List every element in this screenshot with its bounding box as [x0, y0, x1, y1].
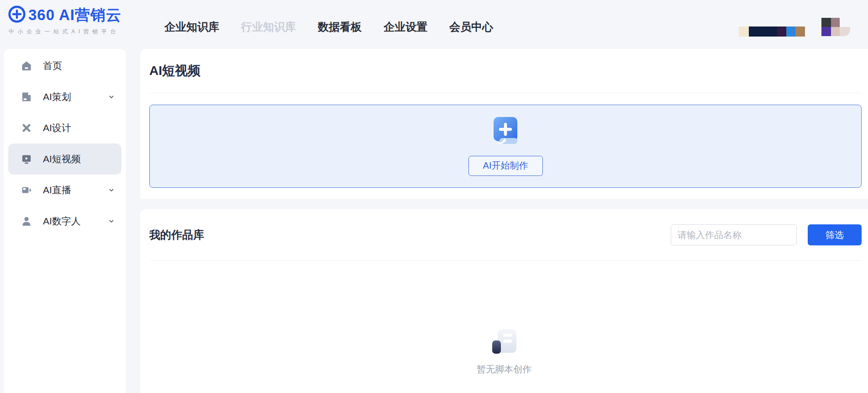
brand-logo-icon — [7, 5, 26, 26]
live-camera-icon — [21, 185, 32, 196]
sidebar-item-label: AI短视频 — [43, 153, 81, 165]
avatar[interactable] — [821, 18, 850, 36]
top-navigation: 企业知识库行业知识库数据看板企业设置会员中心 — [164, 0, 493, 49]
sidebar-item-home[interactable]: 首页 — [8, 50, 121, 81]
sidebar-item-ai-digital-human[interactable]: AI数字人 — [8, 206, 121, 237]
divider — [149, 260, 862, 261]
add-script-icon — [493, 117, 518, 146]
video-icon — [21, 154, 32, 165]
works-header: 我的作品库 筛选 — [149, 209, 862, 260]
chevron-down-icon — [108, 218, 115, 225]
empty-state-text: 暂无脚本创作 — [477, 363, 531, 376]
chevron-down-icon — [108, 93, 115, 101]
sidebar-item-label: AI直播 — [43, 184, 71, 196]
sidebar-item-ai-short-video[interactable]: AI短视频 — [8, 143, 121, 175]
empty-state: 暂无脚本创作 — [140, 328, 868, 376]
work-name-search-input[interactable] — [671, 224, 797, 245]
avatar-color-block — [840, 27, 850, 36]
works-library-card: 我的作品库 筛选 — [140, 209, 868, 393]
sidebar-item-ai-planning[interactable]: AI策划 — [8, 81, 121, 112]
chevron-down-icon — [108, 186, 115, 194]
nav-item-member-center[interactable]: 会员中心 — [449, 20, 493, 34]
sidebar: 首页AI策划AI设计AI短视频AI直播AI数字人 — [4, 49, 126, 393]
banner-color-block — [749, 27, 777, 37]
top-banner-image[interactable] — [739, 27, 805, 37]
brand-logo[interactable]: 360 AI营销云 中小企业一站式AI营销平台 — [7, 5, 121, 36]
avatar-color-block — [831, 27, 840, 36]
avatar-color-block — [821, 27, 831, 36]
banner-color-block — [795, 27, 805, 37]
avatar-color-block — [821, 18, 831, 27]
sidebar-item-label: AI策划 — [43, 90, 71, 103]
short-video-card: AI短视频 AI开始制作 — [140, 49, 868, 199]
ai-create-button[interactable]: AI开始制作 — [468, 156, 543, 176]
brand-tagline: 中小企业一站式AI营销平台 — [9, 28, 121, 36]
person-icon — [21, 216, 32, 227]
app-root: 360 AI营销云 中小企业一站式AI营销平台 企业知识库行业知识库数据看板企业… — [0, 0, 868, 393]
filter-button[interactable]: 筛选 — [808, 224, 862, 245]
nav-item-enterprise-knowledge-base[interactable]: 企业知识库 — [164, 20, 219, 34]
nav-item-data-dashboard[interactable]: 数据看板 — [318, 20, 362, 34]
sidebar-item-label: 首页 — [43, 59, 62, 72]
banner-color-block — [739, 27, 749, 37]
sidebar-item-ai-live[interactable]: AI直播 — [8, 175, 121, 206]
works-title: 我的作品库 — [149, 228, 204, 242]
nav-item-industry-knowledge-base: 行业知识库 — [241, 20, 296, 34]
create-panel: AI开始制作 — [149, 105, 862, 188]
sidebar-item-label: AI设计 — [43, 122, 71, 134]
plan-icon — [21, 91, 32, 102]
banner-color-block — [786, 27, 795, 37]
nav-item-enterprise-settings[interactable]: 企业设置 — [384, 20, 427, 34]
brand-logo-text: 360 AI营销云 — [28, 5, 121, 26]
page-title: AI短视频 — [149, 62, 200, 80]
sidebar-item-ai-design[interactable]: AI设计 — [8, 112, 121, 143]
divider — [149, 93, 862, 93]
design-icon — [21, 122, 32, 133]
home-icon — [21, 60, 32, 71]
empty-script-icon — [491, 328, 517, 356]
banner-color-block — [777, 27, 786, 37]
avatar-color-block — [831, 18, 840, 27]
top-header: 360 AI营销云 中小企业一站式AI营销平台 企业知识库行业知识库数据看板企业… — [0, 0, 868, 49]
sidebar-item-label: AI数字人 — [43, 215, 81, 228]
